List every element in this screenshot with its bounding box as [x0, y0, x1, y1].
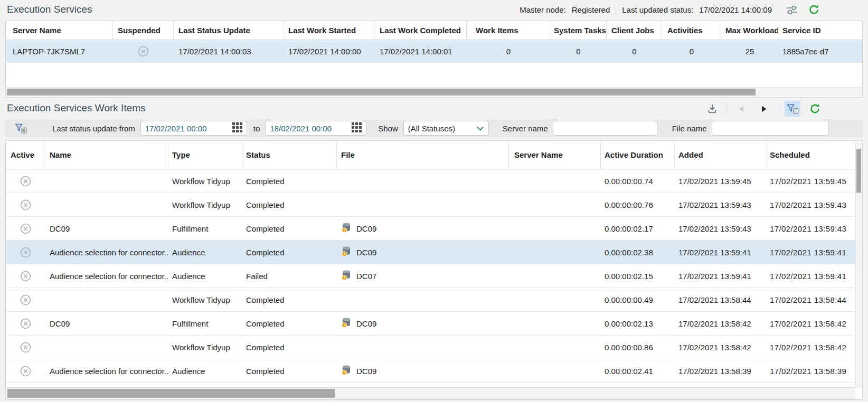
column-header-suspended[interactable]: Suspended — [113, 21, 174, 40]
cell-active-icon — [6, 312, 45, 335]
cell-scheduled: 17/02/2021 13:59:41 — [766, 264, 855, 288]
work-item-row[interactable]: Workflow TidyupCompleted0.00:00:00.4917/… — [6, 288, 855, 312]
cell-added: 17/02/2021 13:58:42 — [675, 336, 766, 359]
cell-server-name — [509, 359, 601, 382]
file-name-input[interactable] — [712, 121, 829, 136]
circle-x-icon — [20, 294, 32, 306]
column-header-last-status-update[interactable]: Last Status Update — [174, 21, 284, 40]
cell-max-workload: 25 — [721, 40, 778, 63]
work-item-row[interactable]: Workflow TidyupCompleted0.00:00:00.7617/… — [6, 193, 855, 217]
work-items-table-body: Workflow TidyupCompleted0.00:00:00.7417/… — [6, 169, 855, 388]
master-node-status: Master node: Registered Last updated sta… — [520, 0, 822, 20]
services-table-body: LAPTOP-7JK7SML717/02/2021 14:00:0317/02/… — [6, 40, 862, 63]
column-header-file[interactable]: File — [337, 141, 509, 169]
cell-file — [337, 336, 509, 359]
column-header-last-work-started[interactable]: Last Work Started — [284, 21, 375, 40]
column-header-status[interactable]: Status — [242, 141, 337, 169]
column-header-added[interactable]: Added — [675, 141, 766, 169]
column-header-work-items[interactable]: Work Items — [467, 21, 550, 40]
cell-name — [45, 169, 168, 193]
cell-server-name — [509, 217, 601, 240]
work-items-toolbar — [704, 100, 823, 118]
show-label: Show — [378, 124, 398, 133]
cell-name: DC09 — [45, 312, 168, 335]
work-item-row[interactable]: Audience selection for connector...Audie… — [6, 264, 855, 288]
cell-active-duration: 0.00:00:00.74 — [601, 169, 675, 193]
column-header-name[interactable]: Name — [45, 141, 168, 169]
status-dropdown[interactable]: (All Statuses) — [403, 121, 489, 136]
cell-type: Audience — [168, 359, 242, 382]
from-date-label: Last status update from — [52, 124, 135, 133]
next-page-icon[interactable] — [756, 101, 771, 117]
from-date-value: 17/02/2021 00:00 — [145, 124, 207, 133]
column-header-type[interactable]: Type — [168, 141, 242, 169]
cell-server-name — [509, 193, 601, 216]
work-item-row[interactable]: DC09FulfillmentCompletedDC090.00:00:02.1… — [6, 217, 855, 241]
file-name-text: DC07 — [356, 272, 376, 281]
refresh-icon[interactable] — [807, 101, 823, 117]
cell-status: Completed — [242, 193, 337, 216]
column-header-last-work-completed[interactable]: Last Work Completed — [375, 21, 467, 40]
column-header-max-workload[interactable]: Max Workload — [721, 21, 778, 40]
calendar-grid-icon[interactable] — [352, 122, 362, 134]
cell-server-name — [509, 241, 601, 264]
cell-active-duration: 0.00:00:02.38 — [601, 241, 675, 264]
cell-status: Completed — [242, 217, 337, 240]
page-title: Execution Services — [7, 4, 92, 15]
cell-service-id: 1885a7ec-d7 — [778, 40, 862, 63]
server-name-input[interactable] — [553, 121, 657, 136]
work-items-title: Execution Services Work Items — [7, 102, 146, 114]
cell-added: 17/02/2021 13:59:43 — [675, 193, 766, 216]
column-header-system-tasks[interactable]: System Tasks — [550, 21, 607, 40]
column-header-server-name[interactable]: Server Name — [509, 141, 601, 169]
sliders-icon[interactable] — [784, 2, 800, 18]
work-item-row[interactable]: Workflow TidyupCompleted0.00:00:00.7417/… — [6, 169, 855, 193]
cell-name — [45, 193, 168, 216]
column-header-activities[interactable]: Activities — [662, 21, 721, 40]
column-header-scheduled[interactable]: Scheduled — [766, 141, 862, 169]
file-name-text: DC09 — [356, 248, 376, 257]
work-items-vertical-scrollbar — [855, 142, 862, 388]
cell-active-duration: 0.00:00:02.41 — [601, 359, 675, 382]
cell-status: Completed — [242, 336, 337, 359]
refresh-icon[interactable] — [806, 2, 822, 18]
cell-status: Completed — [242, 312, 337, 335]
column-header-client-jobs[interactable]: Client Jobs — [607, 21, 662, 40]
cell-server-name: LAPTOP-7JK7SML7 — [6, 40, 113, 63]
work-items-vertical-scrollbar-thumb[interactable] — [856, 149, 861, 193]
cell-active-icon — [6, 264, 45, 288]
column-header-active-duration[interactable]: Active Duration — [601, 141, 675, 169]
file-name-label: File name — [672, 124, 707, 133]
work-item-row[interactable]: Audience selection for connector...Audie… — [6, 359, 855, 383]
from-date-input[interactable]: 17/02/2021 00:00 — [140, 121, 247, 136]
work-item-row[interactable]: Workflow TidyupCompleted0.00:00:00.8617/… — [6, 336, 855, 359]
work-item-row[interactable]: Audience selection for connector...Audie… — [6, 241, 855, 264]
cell-active-icon — [6, 359, 45, 382]
circle-x-icon — [20, 318, 32, 330]
cell-file: DC09 — [337, 312, 509, 335]
services-table-row[interactable]: LAPTOP-7JK7SML717/02/2021 14:00:0317/02/… — [6, 40, 862, 63]
column-header-server-name[interactable]: Server Name — [6, 21, 113, 40]
calendar-grid-icon[interactable] — [232, 122, 242, 134]
download-icon[interactable] — [704, 101, 720, 117]
cell-file: DC09 — [337, 359, 509, 382]
database-icon — [341, 317, 352, 330]
prev-page-icon[interactable] — [733, 101, 749, 117]
work-items-horizontal-scrollbar-thumb[interactable] — [7, 389, 335, 398]
filter-toggle-icon[interactable] — [785, 101, 800, 117]
cell-activities: 0 — [662, 40, 721, 63]
file-name-text: DC09 — [356, 367, 376, 376]
services-horizontal-scrollbar-thumb[interactable] — [7, 89, 756, 95]
cell-added: 17/02/2021 13:58:42 — [675, 312, 766, 335]
to-date-input[interactable]: 18/02/2021 00:00 — [265, 121, 366, 136]
cell-status: Completed — [242, 169, 337, 193]
chevron-down-icon — [476, 124, 484, 133]
database-icon — [341, 365, 352, 377]
cell-suspended-icon — [113, 40, 174, 63]
column-header-active[interactable]: Active — [6, 141, 45, 169]
cell-active-icon — [6, 169, 45, 193]
cell-active-icon — [6, 336, 45, 359]
work-item-row[interactable]: DC09FulfillmentCompletedDC090.00:00:02.1… — [6, 312, 855, 336]
column-header-service-id[interactable]: Service ID — [778, 21, 862, 40]
cell-name: DC09 — [45, 217, 168, 240]
